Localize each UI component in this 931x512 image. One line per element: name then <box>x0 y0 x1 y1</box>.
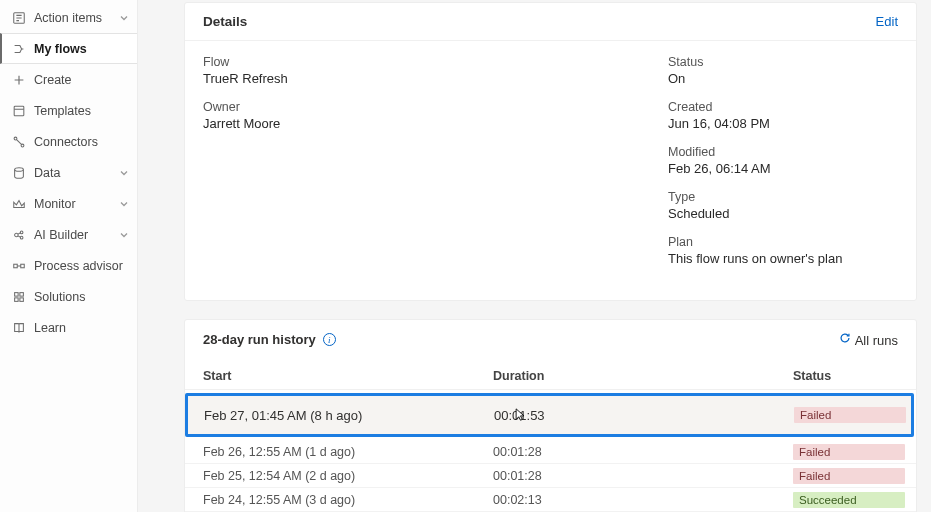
plan-value: This flow runs on owner's plan <box>668 251 898 266</box>
sidebar-item-process-advisor[interactable]: Process advisor <box>0 250 137 281</box>
flow-label: Flow <box>203 55 648 69</box>
svg-rect-8 <box>14 264 18 268</box>
sidebar-item-solutions[interactable]: Solutions <box>0 281 137 312</box>
sidebar: Action items My flows Create Templates C… <box>0 0 138 512</box>
svg-rect-13 <box>20 297 24 301</box>
book-icon <box>10 321 28 335</box>
run-duration: 00:01:28 <box>493 469 793 483</box>
type-value: Scheduled <box>668 206 898 221</box>
run-duration: 00:02:13 <box>493 493 793 507</box>
sidebar-item-label: AI Builder <box>34 228 119 242</box>
process-icon <box>10 259 28 273</box>
refresh-icon <box>838 333 855 348</box>
chevron-down-icon <box>119 13 129 23</box>
svg-rect-9 <box>21 264 25 268</box>
run-status: Failed <box>794 407 906 423</box>
sidebar-item-connectors[interactable]: Connectors <box>0 126 137 157</box>
sidebar-item-learn[interactable]: Learn <box>0 312 137 343</box>
chevron-down-icon <box>119 199 129 209</box>
run-start: Feb 27, 01:45 AM (8 h ago) <box>204 408 494 423</box>
run-history-header: 28-day run history i All runs <box>185 320 916 359</box>
sidebar-item-ai-builder[interactable]: AI Builder <box>0 219 137 250</box>
svg-rect-10 <box>15 292 19 296</box>
monitor-icon <box>10 197 28 211</box>
edit-link[interactable]: Edit <box>876 14 898 29</box>
ai-icon <box>10 228 28 242</box>
run-duration: 00:01:53 <box>494 408 794 423</box>
run-history-card: 28-day run history i All runs Start Dura… <box>184 319 917 512</box>
type-label: Type <box>668 190 898 204</box>
plan-label: Plan <box>668 235 898 249</box>
sidebar-item-my-flows[interactable]: My flows <box>0 33 137 64</box>
run-start: Feb 24, 12:55 AM (3 d ago) <box>203 493 493 507</box>
sidebar-item-label: Connectors <box>34 135 129 149</box>
template-icon <box>10 104 28 118</box>
column-start: Start <box>203 369 493 383</box>
table-row[interactable]: Feb 27, 01:45 AM (8 h ago)00:01:53Failed <box>185 393 914 437</box>
run-start: Feb 26, 12:55 AM (1 d ago) <box>203 445 493 459</box>
all-runs-link[interactable]: All runs <box>838 331 898 348</box>
svg-rect-1 <box>14 106 24 116</box>
modified-label: Modified <box>668 145 898 159</box>
run-status: Succeeded <box>793 492 905 508</box>
created-value: Jun 16, 04:08 PM <box>668 116 898 131</box>
chevron-down-icon <box>119 168 129 178</box>
run-duration: 00:01:28 <box>493 445 793 459</box>
sidebar-item-templates[interactable]: Templates <box>0 95 137 126</box>
svg-rect-11 <box>20 292 24 296</box>
table-row[interactable]: Feb 26, 12:55 AM (1 d ago)00:01:28Failed <box>185 440 916 464</box>
main-content: Details Edit Flow TrueR Refresh Owner Ja… <box>138 0 931 512</box>
data-icon <box>10 166 28 180</box>
checklist-icon <box>10 11 28 25</box>
svg-point-5 <box>15 233 19 237</box>
sidebar-item-label: Process advisor <box>34 259 129 273</box>
owner-label: Owner <box>203 100 648 114</box>
run-start: Feb 25, 12:54 AM (2 d ago) <box>203 469 493 483</box>
status-value: On <box>668 71 898 86</box>
flow-icon <box>10 42 28 56</box>
details-title: Details <box>203 14 247 29</box>
sidebar-item-label: Learn <box>34 321 129 335</box>
sidebar-item-action-items[interactable]: Action items <box>0 2 137 33</box>
sidebar-item-label: Templates <box>34 104 129 118</box>
sidebar-item-label: Action items <box>34 11 119 25</box>
table-row[interactable]: Feb 25, 12:54 AM (2 d ago)00:01:28Failed <box>185 464 916 488</box>
modified-value: Feb 26, 06:14 AM <box>668 161 898 176</box>
run-history-title: 28-day run history <box>203 332 316 347</box>
sidebar-item-create[interactable]: Create <box>0 64 137 95</box>
flow-value: TrueR Refresh <box>203 71 648 86</box>
svg-rect-12 <box>15 297 19 301</box>
run-status: Failed <box>793 468 905 484</box>
connector-icon <box>10 135 28 149</box>
details-card: Details Edit Flow TrueR Refresh Owner Ja… <box>184 2 917 301</box>
svg-point-2 <box>14 137 17 140</box>
table-header-row: Start Duration Status <box>185 359 916 390</box>
details-header: Details Edit <box>185 3 916 41</box>
sidebar-item-label: Monitor <box>34 197 119 211</box>
run-status: Failed <box>793 444 905 460</box>
sidebar-item-label: Create <box>34 73 129 87</box>
status-label: Status <box>668 55 898 69</box>
plus-icon <box>10 73 28 87</box>
sidebar-item-data[interactable]: Data <box>0 157 137 188</box>
table-row[interactable]: Feb 24, 12:55 AM (3 d ago)00:02:13Succee… <box>185 488 916 512</box>
chevron-down-icon <box>119 230 129 240</box>
column-status: Status <box>793 369 898 383</box>
created-label: Created <box>668 100 898 114</box>
info-icon[interactable]: i <box>323 333 336 346</box>
owner-value: Jarrett Moore <box>203 116 648 131</box>
sidebar-item-label: My flows <box>34 42 129 56</box>
run-history-table: Start Duration Status Feb 27, 01:45 AM (… <box>185 359 916 512</box>
svg-point-3 <box>21 144 24 147</box>
column-duration: Duration <box>493 369 793 383</box>
sidebar-item-monitor[interactable]: Monitor <box>0 188 137 219</box>
sidebar-item-label: Solutions <box>34 290 129 304</box>
sidebar-item-label: Data <box>34 166 119 180</box>
svg-point-4 <box>15 167 24 171</box>
solutions-icon <box>10 290 28 304</box>
cursor-icon <box>515 408 526 422</box>
